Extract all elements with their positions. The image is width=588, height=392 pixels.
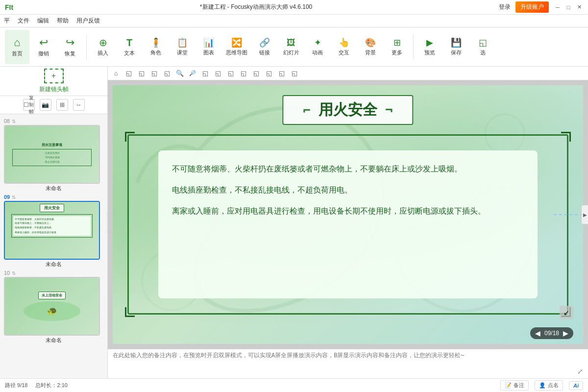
canvas-tool-2[interactable]: ◱ bbox=[136, 68, 147, 79]
expand-notes-button[interactable]: ⤢ bbox=[577, 368, 583, 375]
toolbar-divider-2 bbox=[413, 35, 414, 59]
role-label: 角色 bbox=[150, 49, 161, 56]
menu-edit[interactable]: 编辑 bbox=[37, 17, 49, 25]
expand-tool-button[interactable]: ↔ bbox=[73, 99, 85, 111]
toolbar-home[interactable]: ⌂ 首页 bbox=[5, 30, 29, 64]
toolbar-link[interactable]: 🔗 链接 bbox=[252, 30, 277, 64]
toolbar-select[interactable]: ◱ 选 bbox=[470, 30, 495, 64]
toolbar-save[interactable]: 💾 保存 bbox=[444, 30, 468, 64]
prev-page-button[interactable]: ◀ bbox=[535, 329, 540, 337]
new-frame-button[interactable]: + 新建镜头帧 bbox=[0, 67, 107, 96]
corner-tl-outer bbox=[125, 132, 135, 142]
select-icon: ◱ bbox=[479, 37, 487, 48]
plus-icon: + bbox=[51, 72, 56, 80]
slide-thumb-09[interactable]: 用火安全 不可随意将烟蒂、火柴杆扔在废纸篓 或者可燃杂物上，不要躺在床上... … bbox=[4, 201, 100, 260]
chart-label: 图表 bbox=[203, 49, 214, 56]
next-page-button[interactable]: ▶ bbox=[563, 329, 568, 337]
canvas-main: ⌐ 用火安全 ¬ 不可随意将烟蒂、火柴杆扔在废纸篓或者可燃杂物上，不要躺在床上或… bbox=[108, 80, 588, 349]
expand-icon: ↔ bbox=[76, 101, 82, 108]
bg-icon: 🎨 bbox=[365, 37, 376, 48]
canvas-tool-9[interactable]: ◱ bbox=[251, 68, 262, 79]
close-button[interactable]: ✕ bbox=[575, 3, 583, 11]
sort-icon-08: ⇅ bbox=[12, 119, 16, 124]
slide-thumb-08[interactable]: 用水注意事项 · 注意安全用水 · 节约用水资源 · 防止水源污染 bbox=[4, 125, 100, 184]
canvas-tool-3[interactable]: ◱ bbox=[149, 68, 160, 79]
statusbar-right: 📝 备注 👤 点名 Ai bbox=[500, 380, 583, 391]
menu-help[interactable]: 帮助 bbox=[57, 17, 69, 25]
toolbar-role[interactable]: 🧍 角色 bbox=[144, 30, 168, 64]
canvas-tool-12[interactable]: ◱ bbox=[289, 68, 300, 79]
save-label: 保存 bbox=[451, 49, 462, 56]
upgrade-button[interactable]: 升级账户 bbox=[515, 1, 549, 13]
canvas-tool-10[interactable]: ◱ bbox=[264, 68, 274, 79]
point-label: 点名 bbox=[548, 382, 559, 389]
ai-button[interactable]: Ai bbox=[569, 381, 583, 390]
corner-tr-outer bbox=[561, 132, 571, 142]
toolbar-preview[interactable]: ▶ 预览 bbox=[417, 30, 442, 64]
point-button[interactable]: 👤 点名 bbox=[535, 380, 563, 391]
canvas-home-btn[interactable]: ⌂ bbox=[111, 68, 122, 79]
toolbar-divider-1 bbox=[86, 35, 87, 59]
menu-feedback[interactable]: 用户反馈 bbox=[76, 17, 100, 25]
slide-09-label: 未命名 bbox=[4, 261, 103, 268]
select-label: 选 bbox=[480, 49, 486, 56]
toolbar-bg[interactable]: 🎨 背景 bbox=[358, 30, 383, 64]
canvas-zoom-in[interactable]: 🔍 bbox=[174, 68, 185, 79]
slide-canvas[interactable]: ⌐ 用火安全 ¬ 不可随意将烟蒂、火柴杆扔在废纸篓或者可燃杂物上，不要躺在床上或… bbox=[113, 85, 583, 344]
toolbar-text[interactable]: T 文本 bbox=[117, 30, 142, 64]
corner-bl-outer bbox=[125, 307, 135, 317]
login-button[interactable]: 登录 bbox=[499, 3, 511, 11]
slide-thumb-10[interactable]: 水上活动安全 🐢 bbox=[4, 277, 100, 336]
toolbar-more[interactable]: ⊞ 更多 bbox=[385, 30, 409, 64]
title-bracket-left: ⌐ bbox=[303, 103, 311, 118]
toolbar-redo[interactable]: ↪ 恢复 bbox=[58, 30, 82, 64]
slide-content-box[interactable]: 不可随意将烟蒂、火柴杆扔在废纸篓或者可燃杂物上，不要躺在床上或沙发上吸烟。 电线… bbox=[127, 134, 568, 315]
camera-tool-button[interactable]: 📷 bbox=[40, 99, 51, 111]
statusbar-left: 路径 9/18 总时长：2:10 bbox=[5, 382, 68, 389]
collapse-right-button[interactable]: ▶ bbox=[581, 205, 588, 224]
toolbar: ⌂ 首页 ↩ 撤销 ↪ 恢复 ⊕ 插入 T 文本 🧍 角色 📋 课堂 📊 图表 … bbox=[0, 27, 588, 67]
mindmap-label: 思维导图 bbox=[226, 49, 247, 56]
notes-input[interactable] bbox=[113, 351, 583, 376]
home-icon: ⌂ bbox=[14, 36, 20, 49]
minimize-button[interactable]: ─ bbox=[554, 3, 562, 11]
slide-08-title: 用水注意事项 bbox=[42, 143, 62, 147]
toolbar-slideshow[interactable]: 🖼 幻灯片 bbox=[279, 30, 303, 64]
toolbar-class[interactable]: 📋 课堂 bbox=[170, 30, 195, 64]
canvas-tool-1[interactable]: ◱ bbox=[123, 68, 134, 79]
canvas-area: ⌂ ◱ ◱ ◱ ◱ 🔍 🔎 ◱ ◱ ◱ ◱ ◱ ◱ ◱ ◱ bbox=[108, 67, 588, 378]
menu-ping[interactable]: 平 bbox=[4, 17, 10, 25]
toolbar-chart[interactable]: 📊 图表 bbox=[196, 30, 221, 64]
slide-content-inner: 不可随意将烟蒂、火柴杆扔在废纸篓或者可燃杂物上，不要躺在床上或沙发上吸烟。 电线… bbox=[158, 150, 538, 298]
toolbar-mindmap[interactable]: 🔀 思维导图 bbox=[223, 30, 250, 64]
sort-icon-09: ⇅ bbox=[12, 195, 16, 200]
copy-frame-button[interactable]: ☐ 复制帧 bbox=[23, 99, 35, 111]
grid-tool-button[interactable]: ⊞ bbox=[56, 99, 68, 111]
canvas-tool-5[interactable]: ◱ bbox=[200, 68, 211, 79]
canvas-tool-6[interactable]: ◱ bbox=[213, 68, 223, 79]
maximize-button[interactable]: □ bbox=[564, 3, 572, 11]
slide-tools: ☐ 复制帧 📷 ⊞ ↔ bbox=[0, 96, 107, 114]
toolbar-undo[interactable]: ↩ 撤销 bbox=[31, 30, 56, 64]
slide-title-box[interactable]: ⌐ 用火安全 ¬ bbox=[282, 95, 413, 125]
menubar: 平 文件 编辑 帮助 用户反馈 bbox=[0, 15, 588, 27]
restore-icon[interactable]: ↙ bbox=[560, 306, 573, 319]
copy-icon: ☐ bbox=[24, 101, 29, 108]
note-button[interactable]: 📝 备注 bbox=[500, 380, 529, 391]
toolbar-animate[interactable]: ✦ 动画 bbox=[305, 30, 330, 64]
canvas-zoom-out[interactable]: 🔎 bbox=[187, 68, 198, 79]
menu-file[interactable]: 文件 bbox=[18, 17, 29, 25]
ai-label: Ai bbox=[573, 383, 579, 389]
slide-08-number-row: 08 ⇅ bbox=[4, 118, 103, 124]
slides-panel: + 新建镜头帧 ☐ 复制帧 📷 ⊞ ↔ 08 bbox=[0, 67, 108, 378]
preview-icon: ▶ bbox=[426, 37, 433, 48]
canvas-tool-4[interactable]: ◱ bbox=[162, 68, 172, 79]
toolbar-interact[interactable]: 👆 交互 bbox=[332, 30, 356, 64]
canvas-tool-7[interactable]: ◱ bbox=[225, 68, 236, 79]
toolbar-insert[interactable]: ⊕ 插入 bbox=[91, 30, 115, 64]
canvas-tool-8[interactable]: ◱ bbox=[238, 68, 249, 79]
bg-label: 背景 bbox=[365, 49, 376, 56]
insert-icon: ⊕ bbox=[99, 37, 107, 49]
slideshow-label: 幻灯片 bbox=[283, 49, 299, 56]
canvas-tool-11[interactable]: ◱ bbox=[276, 68, 287, 79]
